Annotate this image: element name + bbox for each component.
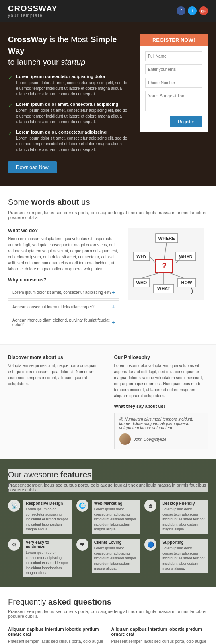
hero-content: CrossWay is the Most Simple Wayto launch… — [8, 34, 132, 173]
hero-title: CrossWay is the Most Simple Wayto launch… — [8, 34, 132, 68]
feature-item-6: 🔵 Supporting Lorem ipsum dolor consectet… — [144, 539, 208, 577]
svg-text:?: ? — [162, 261, 167, 270]
feature-item-1: 📡 Responsive Design Lorem ipsum dolor co… — [8, 500, 72, 534]
about-right-col: WHERE WHEN WHY WHO WHAT HOW ? — [128, 228, 208, 332]
feature-item-5: ❤ Clients Loving Lorem ipsum dolor conse… — [76, 539, 140, 577]
hero-feature-text: Lorem ipsum dolor sit amet, consectetur … — [16, 136, 132, 153]
register-button[interactable]: Register — [170, 116, 202, 127]
customize-icon: ⚙ — [8, 539, 20, 551]
faq-item-2: Aliquam dapibus interdum lobortis pretiu… — [111, 627, 208, 644]
checkmark-icon: ✓ — [8, 74, 13, 81]
twitter-icon[interactable]: t — [188, 6, 197, 15]
discover-left-col: Discover more about us Voluptatem sequi … — [8, 355, 102, 449]
about-section: Some words about us Praesent semper, lac… — [0, 186, 216, 344]
feature-desc: Lorem ipsum dolor consectetur adipiscing… — [26, 550, 69, 576]
hero-feature-title: Lorem ipsum dolor, consectetur adipiscin… — [16, 130, 132, 134]
register-phone-input[interactable] — [145, 78, 202, 88]
feature-item-2: 🌐 Web Marketing Lorem ipsum dolor consec… — [76, 500, 140, 534]
philosophy-title: Our Philosophy — [114, 355, 208, 360]
feature-desc: Lorem ipsum dolor consectetur adipiscing… — [94, 507, 138, 532]
hero-feature-3: ✓ Lorem ipsum dolor, consectetur adipisc… — [8, 130, 132, 153]
faq-section: Frequently asked questions Praesent semp… — [0, 587, 216, 644]
svg-line-19 — [170, 273, 184, 278]
features-section: Our awesome features Praesent semper, la… — [0, 459, 216, 587]
what-say-title: What they say about us! — [114, 404, 208, 409]
testimonial-text: @ Numquam eius modi tempora incidunt, la… — [119, 417, 204, 430]
about-subtitle: Praesent semper, lacus sed cursus porta,… — [8, 210, 208, 220]
feature-desc: Lorem ipsum dolor consectetur adipiscing… — [26, 507, 69, 532]
feature-name: Responsive Design — [26, 501, 69, 506]
clients-icon: ❤ — [76, 539, 88, 551]
features-subtitle: Praesent semper, lacus sed cursus porta,… — [8, 483, 208, 492]
svg-line-17 — [142, 273, 159, 278]
support-icon: 🔵 — [144, 539, 156, 551]
register-form: REGISTER NOW! Register — [140, 34, 208, 132]
feature-name: Very easy to customize — [26, 540, 69, 549]
faq-subtitle: Praesent semper, lacus sed cursus porta,… — [8, 609, 208, 619]
hero-section: CrossWay is the Most Simple Wayto launch… — [0, 22, 216, 186]
feature-name: Supporting — [162, 540, 206, 545]
svg-text:WHERE: WHERE — [158, 236, 175, 241]
svg-text:WHEN: WHEN — [179, 254, 193, 259]
feature-desc: Lorem ipsum dolor consectetur adipiscing… — [94, 546, 138, 571]
svg-line-14 — [164, 243, 167, 259]
about-left-col: What we do? Nemo enim ipsam voluptatem, … — [8, 228, 119, 332]
faq-grid: Aliquam dapibus interdum lobortis pretiu… — [8, 627, 208, 644]
hero-download-button[interactable]: Download Now — [8, 161, 57, 173]
svg-text:WHAT: WHAT — [157, 286, 170, 291]
about-title: Some words about us — [8, 198, 208, 207]
svg-line-15 — [150, 256, 156, 263]
feature-item-4: ⚙ Very easy to customize Lorem ipsum dol… — [8, 539, 72, 577]
accordion-item-3[interactable]: Aenean rhoncus diam eleifend, pulvinar f… — [8, 315, 119, 330]
checkmark-icon: ✓ — [8, 130, 13, 136]
hero-feature-text: Lorem ipsum dolor sit amet, consectetur … — [16, 80, 132, 97]
desktop-icon: 🖥 — [144, 500, 156, 512]
about-choose-title: Why choose us? — [8, 277, 119, 283]
testimonial-box: @ Numquam eius modi tempora incidunt, la… — [114, 413, 208, 449]
faq-q1-title: Aliquam dapibus interdum lobortis pretiu… — [8, 627, 105, 636]
hero-feature-title: Lorem ipsum consectetur adipiscing dolor — [16, 74, 132, 79]
webmarketing-icon: 🌐 — [76, 500, 88, 512]
feature-desc: Lorem ipsum dolor consectetur adipiscing… — [162, 546, 206, 571]
register-title: REGISTER NOW! — [140, 34, 208, 46]
features-title: Our awesome features — [8, 469, 92, 480]
site-header: CROSSWAYyour template f t g+ — [0, 0, 216, 22]
svg-text:WHY: WHY — [136, 254, 147, 259]
accordion-item-1[interactable]: Lorem ipsum dolor sit amet, consectetur … — [8, 286, 119, 299]
faq-q2-title: Aliquam dapibus interdum lobortis pretiu… — [111, 627, 208, 636]
feature-name: Web Marketing — [94, 501, 138, 506]
feature-name: Desktop Friendly — [162, 501, 206, 506]
googleplus-icon[interactable]: g+ — [199, 6, 208, 15]
faq-q1-text: Praesent semper, lacus sed cursus porta,… — [8, 638, 105, 644]
faq-item-1: Aliquam dapibus interdum lobortis pretiu… — [8, 627, 105, 644]
whiteboard-image: WHERE WHEN WHY WHO WHAT HOW ? — [128, 228, 204, 300]
header-social-icons: f t g+ — [177, 6, 208, 15]
discover-title: Discover more about us — [8, 355, 102, 360]
facebook-icon[interactable]: f — [177, 6, 185, 15]
discover-text: Voluptatem sequi nesciunt, neque porro q… — [8, 363, 102, 387]
checkmark-icon: ✓ — [8, 102, 13, 109]
accordion-plus-icon: + — [112, 303, 115, 310]
responsive-icon: 📡 — [8, 500, 20, 512]
accordion-plus-icon: + — [112, 289, 115, 295]
logo: CROSSWAYyour template — [8, 4, 58, 18]
feature-item-3: 🖥 Desktop Friendly Lorem ipsum dolor con… — [144, 500, 208, 534]
svg-text:WHO: WHO — [136, 280, 147, 285]
avatar — [119, 433, 131, 445]
philosophy-text: Lorem ipsum dolor voluptatem, quia volup… — [114, 363, 208, 399]
hero-feature-title: Lorem ipsum dolor amet, consectetur adip… — [16, 102, 132, 107]
hero-feature-1: ✓ Lorem ipsum consectetur adipiscing dol… — [8, 74, 132, 97]
hero-feature-text: Lorem ipsum dolor sit amet, consectetur … — [16, 108, 132, 125]
svg-text:HOW: HOW — [181, 280, 193, 285]
discover-section: Discover more about us Voluptatem sequi … — [0, 344, 216, 459]
testimonial-author: John Doe@stylize — [119, 433, 204, 445]
register-email-input[interactable] — [145, 64, 202, 74]
feature-name: Clients Loving — [94, 540, 138, 545]
accordion-item-2[interactable]: Aenean consequat lorem ut felis ullamcor… — [8, 300, 119, 313]
features-grid: 📡 Responsive Design Lorem ipsum dolor co… — [8, 500, 208, 577]
author-name: John Doe@stylize — [134, 437, 167, 442]
register-name-input[interactable] — [145, 51, 202, 61]
register-suggestion-input[interactable] — [145, 91, 202, 111]
discover-right-col: Our Philosophy Lorem ipsum dolor volupta… — [114, 355, 208, 449]
about-what-title: What we do? — [8, 228, 119, 233]
